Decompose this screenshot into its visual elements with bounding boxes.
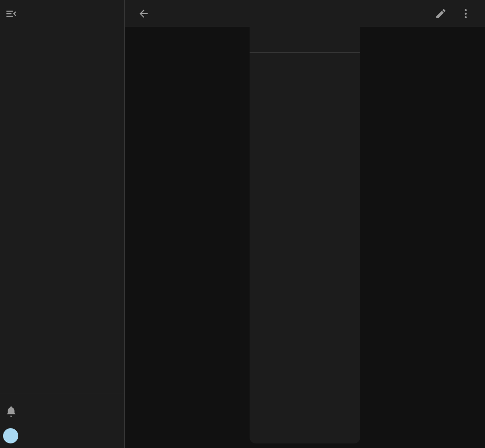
content-area (125, 27, 485, 448)
avatar (3, 428, 18, 443)
sidebar-divider (0, 393, 124, 393)
home-assistant-app (0, 0, 485, 448)
entities-card (250, 27, 360, 443)
sidebar-bottom (0, 383, 124, 448)
disabled-entities-link[interactable] (250, 28, 360, 52)
arrow-left-icon (137, 8, 150, 20)
bell-icon (5, 405, 17, 418)
sidebar-item-profile[interactable] (0, 424, 124, 448)
sidebar-toggle-button[interactable] (5, 8, 17, 20)
overflow-menu-button[interactable] (460, 8, 472, 20)
edit-button[interactable] (435, 8, 447, 20)
sidebar (0, 0, 125, 448)
dots-vertical-icon (460, 8, 472, 20)
card-footer (250, 52, 360, 77)
sidebar-item-notifications[interactable] (0, 401, 124, 422)
toolbar (125, 0, 485, 27)
sidebar-spacer (0, 29, 124, 383)
pencil-icon (435, 8, 447, 20)
back-button[interactable] (137, 8, 150, 20)
menu-open-icon (5, 8, 17, 20)
sidebar-header (0, 0, 124, 27)
main-area (125, 0, 485, 448)
